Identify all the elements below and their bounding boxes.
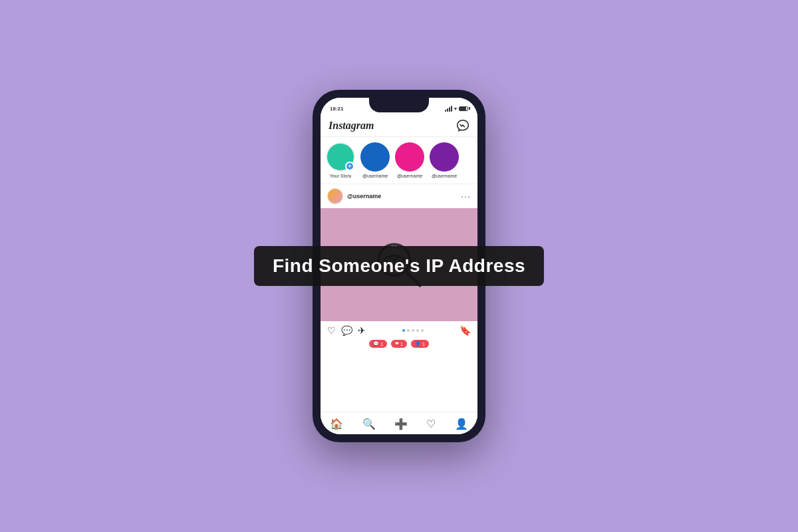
post-options-dots[interactable]: ···: [461, 192, 471, 201]
story-label-1: @username: [362, 174, 388, 178]
post-user-info: @username: [327, 188, 381, 204]
comment-icon[interactable]: 💬: [341, 325, 352, 336]
follow-notif-count: 1: [422, 342, 425, 346]
notifications-row: 💬 1 ❤ 1 👤 1: [321, 338, 477, 350]
story-item-2[interactable]: @username: [395, 142, 424, 178]
carousel-dot-4: [416, 329, 419, 332]
follow-notif-icon: 👤: [415, 341, 421, 346]
post-header: @username ···: [321, 184, 477, 208]
battery-icon: [459, 106, 468, 111]
carousel-dot-5: [421, 329, 424, 332]
main-scene: 18:21 ▾ Instagram: [313, 90, 485, 442]
bottom-navigation: 🏠 🔍 ➕ ♡ 👤: [321, 412, 477, 434]
story-circle-yours: +: [326, 142, 355, 172]
comment-notif-count: 1: [380, 342, 383, 346]
story-label-2: @username: [397, 174, 422, 178]
phone-screen: 18:21 ▾ Instagram: [321, 98, 477, 434]
svg-line-5: [390, 245, 390, 248]
status-icons: ▾: [445, 106, 468, 112]
svg-line-0: [406, 272, 420, 286]
phone-mockup: 18:21 ▾ Instagram: [313, 90, 485, 442]
like-notification: ❤ 1: [391, 340, 407, 348]
phone-notch: [369, 98, 429, 112]
post-avatar: [327, 188, 343, 204]
svg-point-3: [392, 258, 396, 261]
like-icon[interactable]: ♡: [327, 325, 336, 336]
story-circle-purple: [430, 142, 459, 172]
story-item-yours[interactable]: + Your Story: [326, 142, 355, 178]
story-item-3[interactable]: @username: [430, 142, 459, 178]
story-label-yours: Your Story: [330, 174, 351, 178]
like-notif-count: 1: [400, 342, 403, 346]
carousel-dot-1: [402, 329, 405, 332]
instagram-header: Instagram: [321, 116, 477, 137]
wifi-icon: ▾: [454, 106, 457, 112]
carousel-dots: [402, 329, 424, 332]
nav-create-icon[interactable]: ➕: [394, 418, 408, 430]
signal-icon: [445, 106, 452, 112]
story-label-3: @username: [432, 174, 457, 178]
post-actions: ♡ 💬 ✈ 🔖: [321, 321, 477, 338]
comment-notif-icon: 💬: [373, 341, 379, 346]
stories-row: + Your Story @username @username @userna…: [321, 137, 477, 184]
carousel-dot-3: [412, 329, 414, 332]
svg-line-6: [398, 245, 399, 248]
status-time: 18:21: [330, 106, 343, 112]
like-notif-icon: ❤: [395, 341, 399, 346]
messenger-icon: [456, 119, 469, 132]
nav-profile-icon[interactable]: 👤: [455, 418, 468, 430]
story-item-1[interactable]: @username: [360, 142, 390, 178]
nav-home-icon[interactable]: 🏠: [330, 418, 343, 430]
post-username: @username: [347, 193, 381, 200]
share-icon[interactable]: ✈: [358, 325, 366, 336]
follow-notification: 👤 1: [411, 340, 429, 348]
story-add-badge: +: [345, 162, 354, 171]
nav-search-icon[interactable]: 🔍: [362, 418, 376, 430]
bookmark-icon[interactable]: 🔖: [460, 325, 471, 336]
story-circle-blue: [360, 142, 390, 172]
story-circle-pink: [395, 142, 424, 172]
magnify-eye-icon: [369, 235, 429, 295]
post-actions-left: ♡ 💬 ✈: [327, 325, 366, 336]
nav-heart-icon[interactable]: ♡: [426, 418, 436, 430]
post-image: [321, 208, 477, 321]
instagram-logo: Instagram: [329, 120, 374, 132]
carousel-dot-2: [407, 329, 410, 332]
comment-notification: 💬 1: [369, 340, 387, 348]
